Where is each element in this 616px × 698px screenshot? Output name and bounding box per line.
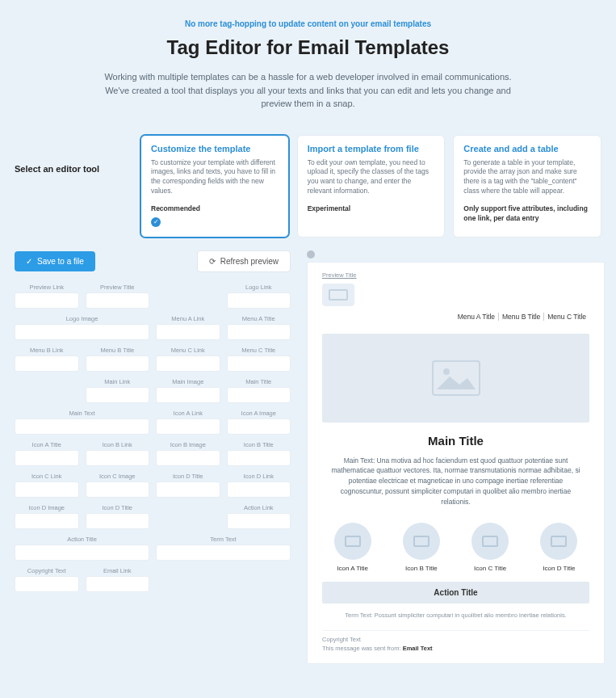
field-input[interactable] bbox=[156, 324, 220, 340]
image-placeholder-icon bbox=[329, 289, 348, 301]
field-input[interactable] bbox=[156, 450, 220, 466]
form-field: Preview Link bbox=[15, 284, 79, 309]
preview-copyright: Copyright Text bbox=[322, 636, 589, 643]
preview-footer: Copyright Text This message was sent fro… bbox=[322, 630, 589, 652]
preview-sent-line: This message was sent from: Email Text bbox=[322, 645, 589, 652]
field-input[interactable] bbox=[227, 481, 291, 498]
editor-toolbar: ✓ Save to a file ⟳ Refresh preview bbox=[11, 250, 294, 272]
image-placeholder-icon bbox=[413, 536, 430, 547]
field-input[interactable] bbox=[156, 355, 220, 372]
field-input[interactable] bbox=[15, 324, 149, 340]
svg-point-1 bbox=[443, 368, 450, 375]
field-label: Icon B Link bbox=[86, 441, 150, 448]
refresh-button[interactable]: ⟳ Refresh preview bbox=[197, 250, 291, 272]
field-label: Icon C Image bbox=[86, 473, 150, 480]
preview-panel: Preview Title Menu A TitleMenu B TitleMe… bbox=[307, 250, 605, 665]
workspace: ✓ Save to a file ⟳ Refresh preview Previ… bbox=[0, 242, 616, 681]
form-field: Logo Link bbox=[227, 284, 291, 309]
field-input[interactable] bbox=[15, 355, 79, 372]
preview-icon-item: Icon A Title bbox=[322, 523, 383, 572]
form-field: Action Title bbox=[15, 536, 149, 561]
check-icon: ✓ bbox=[26, 257, 32, 266]
field-input[interactable] bbox=[156, 387, 220, 403]
field-label: Icon C Link bbox=[15, 473, 79, 480]
field-input[interactable] bbox=[86, 292, 150, 309]
form-field: Menu A Title bbox=[227, 315, 291, 340]
field-input[interactable] bbox=[86, 576, 150, 592]
field-input[interactable] bbox=[227, 450, 291, 466]
field-input[interactable] bbox=[15, 450, 79, 466]
field-label: Icon B Image bbox=[156, 441, 220, 448]
preview-hero-image bbox=[322, 334, 589, 423]
field-input[interactable] bbox=[15, 481, 79, 498]
field-input[interactable] bbox=[156, 545, 291, 561]
card-note: Only support five attributes, including … bbox=[463, 204, 591, 224]
field-input[interactable] bbox=[86, 513, 150, 529]
field-input[interactable] bbox=[227, 324, 291, 340]
form-field: Icon D Link bbox=[227, 473, 291, 498]
form-field: Icon B Image bbox=[156, 441, 220, 466]
image-placeholder-icon bbox=[345, 536, 361, 547]
field-input[interactable] bbox=[86, 481, 150, 498]
field-input[interactable] bbox=[227, 513, 291, 529]
field-label: Preview Title bbox=[86, 284, 150, 291]
field-input[interactable] bbox=[86, 387, 150, 403]
preview-icon-item: Icon B Title bbox=[391, 523, 451, 572]
tool-card[interactable]: Import a template from fileTo edit your … bbox=[297, 135, 446, 238]
preview-menu: Menu A TitleMenu B TitleMenu C Title bbox=[322, 313, 589, 326]
save-button[interactable]: ✓ Save to a file bbox=[15, 251, 95, 271]
form-field: Icon A Title bbox=[15, 441, 79, 466]
field-label: Icon D Image bbox=[15, 504, 79, 511]
field-input[interactable] bbox=[15, 545, 149, 561]
card-title: Customize the template bbox=[151, 144, 279, 153]
form-field: Preview Title bbox=[86, 284, 150, 309]
card-title: Import a template from file bbox=[308, 144, 435, 153]
field-input[interactable] bbox=[15, 576, 79, 592]
check-badge-icon: ✓ bbox=[151, 217, 161, 227]
tool-card[interactable]: Customize the templateTo customize your … bbox=[140, 135, 289, 238]
icon-circle bbox=[471, 523, 509, 560]
field-input[interactable] bbox=[156, 418, 220, 435]
field-input[interactable] bbox=[227, 292, 291, 309]
field-label: Icon B Title bbox=[227, 441, 291, 448]
field-label: Menu C Title bbox=[227, 347, 291, 354]
field-label: Icon A Image bbox=[227, 410, 291, 417]
preview-menu-item[interactable]: Menu C Title bbox=[543, 313, 589, 321]
form-field: Icon D Image bbox=[15, 504, 79, 529]
field-input[interactable] bbox=[15, 513, 79, 529]
form-field: Icon B Title bbox=[227, 441, 291, 466]
field-label: Menu A Link bbox=[156, 315, 220, 322]
tool-card[interactable]: Create and add a tableTo generate a tabl… bbox=[453, 135, 601, 238]
preview-action-button[interactable]: Action Title bbox=[322, 582, 589, 603]
grip-dot-icon bbox=[307, 250, 315, 259]
tool-selector-row: Select an editor tool Customize the temp… bbox=[0, 120, 616, 242]
field-input[interactable] bbox=[156, 481, 220, 498]
hero: No more tag-hopping to update content on… bbox=[0, 0, 616, 120]
field-input[interactable] bbox=[15, 292, 79, 309]
form-field: Icon D Title bbox=[86, 504, 150, 529]
icon-label: Icon D Title bbox=[529, 565, 589, 572]
card-desc: To customize your template with differen… bbox=[151, 158, 279, 197]
hero-eyebrow: No more tag-hopping to update content on… bbox=[48, 19, 568, 28]
field-input[interactable] bbox=[86, 355, 150, 372]
preview-menu-item[interactable]: Menu A Title bbox=[455, 313, 498, 321]
field-input[interactable] bbox=[227, 418, 291, 435]
page-title: Tag Editor for Email Templates bbox=[48, 36, 568, 59]
form-field: Menu C Title bbox=[227, 347, 291, 372]
form-field: Icon D Title bbox=[156, 473, 220, 498]
field-input[interactable] bbox=[227, 387, 291, 403]
form-field: Main Link bbox=[86, 378, 150, 403]
field-label: Icon A Link bbox=[156, 410, 220, 417]
field-label: Term Text bbox=[156, 536, 291, 543]
preview-top-link[interactable]: Preview Title bbox=[322, 271, 357, 279]
field-input[interactable] bbox=[15, 418, 149, 435]
preview-menu-item[interactable]: Menu B Title bbox=[498, 313, 543, 321]
form-field: Menu A Link bbox=[156, 315, 220, 340]
field-label: Icon D Title bbox=[156, 473, 220, 480]
icon-circle bbox=[540, 523, 577, 560]
tool-cards: Customize the templateTo customize your … bbox=[140, 135, 601, 238]
form-field: Email Link bbox=[86, 567, 150, 592]
field-input[interactable] bbox=[227, 355, 291, 372]
preview-email-link[interactable]: Email Text bbox=[403, 645, 433, 652]
field-input[interactable] bbox=[86, 450, 150, 466]
